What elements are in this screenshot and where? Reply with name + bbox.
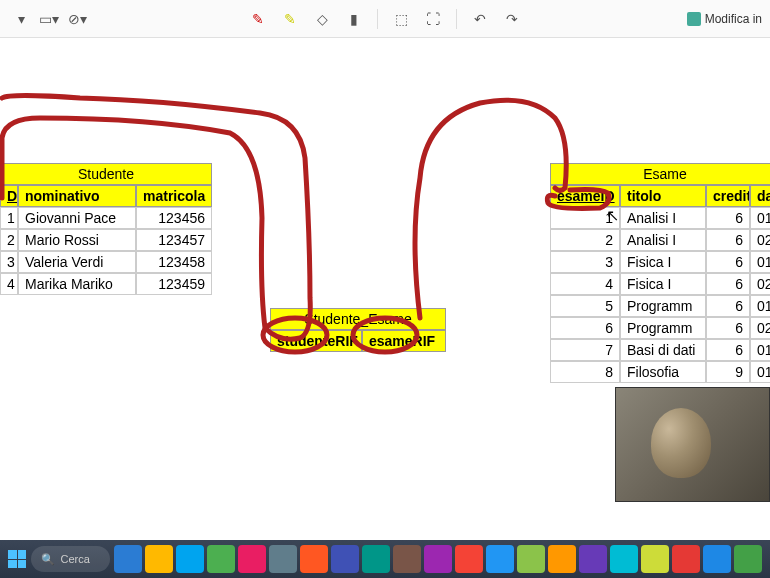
ruler-icon[interactable]: ▮	[341, 6, 367, 32]
cell: 6	[706, 317, 750, 339]
webcam-overlay	[615, 387, 770, 502]
cell: 01/	[750, 295, 770, 317]
cell: 9	[706, 361, 750, 383]
cell: Giovanni Pace	[18, 207, 136, 229]
cell: 02/	[750, 317, 770, 339]
cell: 5	[550, 295, 620, 317]
task-icon[interactable]	[393, 545, 421, 573]
cell: 6	[706, 207, 750, 229]
rect-tool[interactable]: ▭▾	[36, 6, 62, 32]
cell: Mario Rossi	[18, 229, 136, 251]
table-row: 6Programm602/	[550, 317, 770, 339]
cell: 6	[706, 273, 750, 295]
cell: 6	[706, 251, 750, 273]
cell: 123458	[136, 251, 212, 273]
modifica-button[interactable]: Modifica in	[687, 12, 762, 26]
col-header: titolo	[620, 185, 706, 207]
table-row: 3Valeria Verdi123458	[0, 251, 212, 273]
task-icon[interactable]	[269, 545, 297, 573]
task-icon[interactable]	[300, 545, 328, 573]
col-header: crediti	[706, 185, 750, 207]
task-icon[interactable]	[517, 545, 545, 573]
eraser-icon[interactable]: ◇	[309, 6, 335, 32]
col-header: nominativo	[18, 185, 136, 207]
cell: 01/	[750, 251, 770, 273]
cell: Valeria Verdi	[18, 251, 136, 273]
pen-yellow-icon[interactable]: ✎	[277, 6, 303, 32]
crop-icon[interactable]: ⬚	[388, 6, 414, 32]
canvas-area[interactable]: Studente D nominativo matricola 1Giovann…	[0, 38, 770, 540]
cell: 02/	[750, 229, 770, 251]
task-icon[interactable]	[114, 545, 142, 573]
task-icon[interactable]	[703, 545, 731, 573]
cell: Analisi I	[620, 229, 706, 251]
taskbar-search[interactable]: 🔍 Cerca	[31, 546, 110, 572]
task-icon[interactable]	[207, 545, 235, 573]
cell: 8	[550, 361, 620, 383]
task-icon[interactable]	[238, 545, 266, 573]
cell: Marika Mariko	[18, 273, 136, 295]
cell: 6	[706, 295, 750, 317]
cell: 02/	[750, 273, 770, 295]
table-row: 3Fisica I601/	[550, 251, 770, 273]
cell: 1	[0, 207, 18, 229]
cell: Programm	[620, 317, 706, 339]
esame-title: Esame	[550, 163, 770, 185]
cell: 123457	[136, 229, 212, 251]
cell: 4	[0, 273, 18, 295]
cell: 01/	[750, 339, 770, 361]
app-icon	[687, 12, 701, 26]
cell: 123456	[136, 207, 212, 229]
task-icon[interactable]	[486, 545, 514, 573]
col-header: esameID	[550, 185, 620, 207]
esame-table: Esame esameID titolo crediti dat 1Analis…	[550, 163, 770, 383]
undo-icon[interactable]: ↶	[467, 6, 493, 32]
cursor-icon: ↖	[606, 206, 619, 225]
task-icon[interactable]	[610, 545, 638, 573]
studente-table: Studente D nominativo matricola 1Giovann…	[0, 163, 212, 295]
col-header: D	[0, 185, 18, 207]
cell: 7	[550, 339, 620, 361]
task-icon[interactable]	[641, 545, 669, 573]
task-icon[interactable]	[145, 545, 173, 573]
col-header: dat	[750, 185, 770, 207]
studente-title: Studente	[0, 163, 212, 185]
col-header: esameRIF	[362, 330, 446, 352]
task-icon[interactable]	[579, 545, 607, 573]
redo-icon[interactable]: ↷	[499, 6, 525, 32]
cell: 2	[550, 229, 620, 251]
table-row: 1Analisi I601/	[550, 207, 770, 229]
task-icon[interactable]	[455, 545, 483, 573]
cell: Fisica I	[620, 251, 706, 273]
dropdown-btn[interactable]: ▾	[8, 6, 34, 32]
cell: 01/	[750, 361, 770, 383]
cell: Filosofia	[620, 361, 706, 383]
cell: 6	[706, 229, 750, 251]
modifica-label: Modifica in	[705, 12, 762, 26]
studente-esame-title: Studente_Esame	[270, 308, 446, 330]
task-icon[interactable]	[424, 545, 452, 573]
cell: Analisi I	[620, 207, 706, 229]
start-button[interactable]	[8, 545, 27, 573]
task-icon[interactable]	[672, 545, 700, 573]
cell: Basi di dati	[620, 339, 706, 361]
table-row: 1Giovanni Pace123456	[0, 207, 212, 229]
top-toolbar: ▾ ▭▾ ⊘▾ ✎ ✎ ◇ ▮ ⬚ ⛶ ↶ ↷ Modifica in	[0, 0, 770, 38]
task-icon[interactable]	[734, 545, 762, 573]
expand-icon[interactable]: ⛶	[420, 6, 446, 32]
crossed-tool[interactable]: ⊘▾	[64, 6, 90, 32]
col-header: matricola	[136, 185, 212, 207]
cell: 4	[550, 273, 620, 295]
table-row: 2Mario Rossi123457	[0, 229, 212, 251]
table-row: 8Filosofia901/	[550, 361, 770, 383]
search-placeholder: Cerca	[61, 553, 90, 565]
windows-logo-icon	[8, 550, 26, 568]
col-header: studenteRIF	[270, 330, 362, 352]
task-icon[interactable]	[176, 545, 204, 573]
task-icon[interactable]	[548, 545, 576, 573]
task-icon[interactable]	[331, 545, 359, 573]
task-icon[interactable]	[362, 545, 390, 573]
table-row: 4Fisica I602/	[550, 273, 770, 295]
table-row: 7Basi di dati601/	[550, 339, 770, 361]
pen-red-icon[interactable]: ✎	[245, 6, 271, 32]
